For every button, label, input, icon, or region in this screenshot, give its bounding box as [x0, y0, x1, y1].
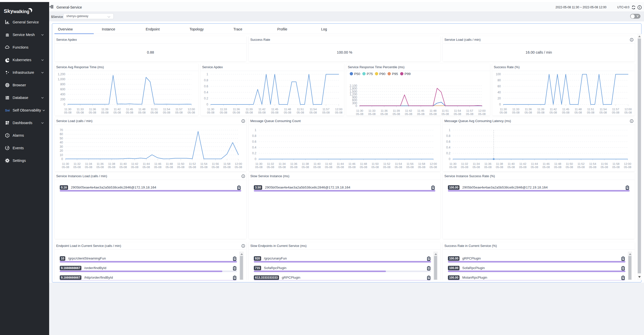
- svg-text:05-08: 05-08: [233, 111, 240, 114]
- svg-text:11:30: 11:30: [207, 108, 214, 111]
- svg-text:11:34: 11:34: [279, 162, 286, 165]
- svg-text:40: 40: [60, 141, 63, 144]
- svg-text:11:50: 11:50: [177, 162, 184, 165]
- svg-text:05-08: 05-08: [62, 166, 69, 169]
- svg-text:05-08: 05-08: [624, 166, 631, 169]
- svg-text:11:42: 11:42: [519, 162, 526, 165]
- svg-text:11:42: 11:42: [131, 162, 138, 165]
- svg-text:05-08: 05-08: [336, 166, 344, 169]
- svg-text:05-08: 05-08: [119, 166, 127, 169]
- svg-text:0.8: 0.8: [252, 134, 256, 138]
- svg-text:05-08: 05-08: [612, 166, 620, 169]
- svg-text:12:00: 12:00: [478, 109, 486, 112]
- svg-text:0: 0: [499, 103, 501, 106]
- svg-text:11:36: 11:36: [97, 162, 104, 165]
- svg-text:05-08: 05-08: [246, 111, 253, 114]
- svg-text:05-08: 05-08: [429, 113, 437, 116]
- svg-text:11:46: 11:46: [543, 162, 550, 165]
- svg-text:05-08: 05-08: [531, 166, 538, 169]
- svg-text:05-08: 05-08: [461, 166, 468, 169]
- svg-text:11:57: 11:57: [175, 108, 182, 111]
- svg-text:11:54: 11:54: [310, 108, 317, 111]
- svg-text:05-08: 05-08: [348, 166, 355, 169]
- svg-text:11:42: 11:42: [258, 108, 265, 111]
- svg-text:0: 0: [449, 157, 450, 161]
- svg-text:05-08: 05-08: [442, 113, 449, 116]
- svg-text:11:45: 11:45: [126, 108, 133, 111]
- svg-text:11:30: 11:30: [356, 109, 363, 112]
- svg-text:400: 400: [60, 93, 65, 96]
- svg-text:0: 0: [64, 103, 65, 106]
- svg-text:11:39: 11:39: [393, 109, 400, 112]
- svg-text:P95: P95: [392, 72, 398, 76]
- svg-text:05-08: 05-08: [430, 166, 437, 169]
- svg-text:05-08: 05-08: [142, 166, 150, 169]
- svg-text:05-08: 05-08: [235, 166, 242, 169]
- svg-text:11:42: 11:42: [550, 108, 557, 111]
- svg-text:11:54: 11:54: [600, 108, 607, 111]
- svg-text:0.8: 0.8: [204, 79, 208, 82]
- svg-text:11:57: 11:57: [466, 109, 473, 112]
- svg-text:05-08: 05-08: [150, 111, 158, 114]
- svg-text:11:38: 11:38: [496, 162, 503, 165]
- svg-text:0: 0: [61, 157, 63, 161]
- svg-text:0.6: 0.6: [446, 140, 450, 143]
- svg-text:05-08: 05-08: [89, 111, 96, 114]
- svg-text:P75: P75: [367, 72, 373, 76]
- svg-text:05-08: 05-08: [101, 111, 108, 114]
- svg-text:05-08: 05-08: [601, 166, 608, 169]
- svg-text:05-08: 05-08: [368, 113, 376, 116]
- svg-text:05-08: 05-08: [395, 166, 402, 169]
- svg-text:40: 40: [498, 91, 501, 94]
- svg-text:11:36: 11:36: [525, 108, 532, 111]
- svg-text:05-08: 05-08: [166, 166, 173, 169]
- svg-text:11:38: 11:38: [108, 162, 115, 165]
- svg-text:05-08: 05-08: [589, 166, 596, 169]
- svg-text:05-08: 05-08: [406, 166, 414, 169]
- svg-text:05-08: 05-08: [302, 166, 309, 169]
- svg-text:11:45: 11:45: [271, 108, 278, 111]
- svg-text:11:36: 11:36: [89, 108, 96, 111]
- svg-text:80: 80: [498, 79, 501, 82]
- svg-text:11:44: 11:44: [531, 162, 538, 165]
- svg-text:05-08: 05-08: [577, 166, 585, 169]
- svg-text:0.4: 0.4: [204, 91, 208, 94]
- svg-text:11:40: 11:40: [120, 162, 127, 165]
- svg-text:05-08: 05-08: [64, 111, 71, 114]
- svg-text:11:51: 11:51: [297, 108, 304, 111]
- svg-text:0.2: 0.2: [252, 152, 256, 155]
- svg-text:05-08: 05-08: [310, 111, 317, 114]
- svg-text:0.4: 0.4: [252, 146, 256, 149]
- svg-text:11:30: 11:30: [449, 162, 456, 165]
- svg-text:05-08: 05-08: [418, 166, 425, 169]
- svg-text:11:42: 11:42: [114, 108, 121, 111]
- svg-text:11:30: 11:30: [62, 162, 69, 165]
- svg-text:12:00: 12:00: [335, 108, 343, 111]
- svg-text:11:48: 11:48: [575, 108, 582, 111]
- svg-text:2,100: 2,100: [350, 84, 357, 88]
- svg-text:05-08: 05-08: [96, 166, 104, 169]
- svg-text:05-08: 05-08: [417, 113, 424, 116]
- svg-text:11:51: 11:51: [151, 108, 158, 111]
- svg-text:05-08: 05-08: [612, 111, 619, 114]
- svg-text:05-08: 05-08: [279, 166, 286, 169]
- svg-text:05-08: 05-08: [154, 166, 161, 169]
- svg-text:800: 800: [60, 83, 65, 86]
- svg-text:11:40: 11:40: [508, 162, 515, 165]
- svg-text:0.8: 0.8: [446, 134, 450, 138]
- svg-text:11:56: 11:56: [407, 162, 414, 165]
- svg-text:P90: P90: [379, 72, 385, 76]
- svg-text:0.6: 0.6: [252, 140, 256, 143]
- svg-text:05-08: 05-08: [163, 111, 170, 114]
- svg-text:11:56: 11:56: [601, 162, 608, 165]
- svg-text:0: 0: [255, 157, 256, 161]
- svg-text:11:33: 11:33: [369, 109, 376, 112]
- svg-text:11:45: 11:45: [562, 108, 569, 111]
- svg-text:0.6: 0.6: [204, 85, 208, 88]
- svg-text:11:30: 11:30: [500, 108, 507, 111]
- svg-text:11:42: 11:42: [405, 109, 412, 112]
- svg-text:05-08: 05-08: [380, 113, 388, 116]
- svg-text:05-08: 05-08: [175, 111, 182, 114]
- svg-text:12:00: 12:00: [624, 162, 631, 165]
- svg-text:11:58: 11:58: [612, 162, 620, 165]
